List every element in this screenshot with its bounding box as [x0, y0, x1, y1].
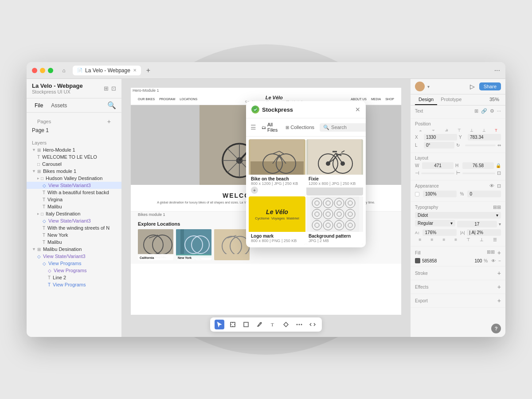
- zoom-level[interactable]: 35%: [488, 94, 501, 105]
- fill-minus-icon[interactable]: −: [498, 258, 501, 263]
- text-align-left[interactable]: ≡: [419, 237, 422, 242]
- help-button[interactable]: ?: [491, 324, 501, 333]
- layer-line2[interactable]: T Line 2: [27, 274, 121, 281]
- typography-icon[interactable]: ⊞⊞: [493, 204, 501, 210]
- layer-malibu-2[interactable]: T Malibu: [27, 239, 121, 246]
- text-valign-mid[interactable]: ⊥: [480, 237, 484, 242]
- constraint-icon-left[interactable]: ⊣: [415, 170, 419, 176]
- active-tab[interactable]: 📄 La Velo - Webpage ✕: [73, 66, 141, 75]
- layer-hudson[interactable]: ▸ □ Hudson Valley Destination: [27, 175, 121, 182]
- text-tool[interactable]: T: [268, 320, 278, 329]
- layer-bikes-module[interactable]: ▼ ⊞ Bikes module 1: [27, 168, 121, 175]
- rotation-value[interactable]: 0°: [424, 142, 454, 149]
- flip-icon[interactable]: ⇔: [497, 143, 501, 148]
- code-tool[interactable]: [308, 320, 317, 329]
- design-tab[interactable]: Design: [415, 94, 437, 105]
- y-value[interactable]: 783.34: [468, 134, 501, 141]
- fill-add-icon[interactable]: +: [497, 249, 501, 256]
- nav-link-locations[interactable]: LOCATIONS: [180, 98, 197, 101]
- layer-carousel[interactable]: □ Carousel: [27, 160, 121, 168]
- constraint-icon-right[interactable]: ⊢: [456, 170, 461, 176]
- close-button[interactable]: [32, 68, 37, 73]
- align-full-icon[interactable]: ⊡: [497, 170, 501, 176]
- layer-malibu-dest[interactable]: ▼ ⊞ Malibu Desination: [27, 246, 121, 253]
- corner-value[interactable]: 0: [467, 191, 501, 197]
- layer-variant-3[interactable]: ◇ View State/Variant3: [27, 182, 121, 189]
- nav-link-bikes[interactable]: OUR BIKES: [138, 98, 155, 101]
- prototype-tab[interactable]: Prototype: [437, 94, 465, 105]
- media-card-pattern[interactable]: Background pattern JPG | 2 MB: [306, 196, 363, 245]
- fill-color-swatch[interactable]: [415, 258, 420, 263]
- add-page-button[interactable]: +: [107, 118, 111, 125]
- fill-visibility-icon[interactable]: 👁: [491, 258, 496, 263]
- fill-opacity-value[interactable]: 100: [475, 258, 482, 263]
- modal-tab-collections[interactable]: ⊞ Collections: [283, 124, 317, 131]
- tab-close-icon[interactable]: ✕: [133, 68, 137, 73]
- nav-link-about[interactable]: ABOUT US: [351, 98, 367, 101]
- font-spacing[interactable]: | A| 2%: [467, 229, 501, 236]
- h-value[interactable]: 76.58: [462, 162, 494, 169]
- align-center-icon[interactable]: ⫟: [431, 128, 435, 133]
- text-list[interactable]: ☰: [493, 237, 497, 242]
- clip-icon[interactable]: ⊡: [497, 183, 501, 189]
- cursor-tool[interactable]: [215, 320, 224, 329]
- visibility-icon[interactable]: 👁: [489, 183, 494, 189]
- nav-link-shop[interactable]: SHOP: [385, 98, 394, 101]
- text-align-center[interactable]: ≡: [430, 237, 433, 242]
- canvas-area[interactable]: Hero-Module 1 OUR BIKES PROGRAM LOCATION…: [122, 79, 410, 337]
- align-mid-icon[interactable]: ⊥: [470, 128, 473, 133]
- nav-link-media[interactable]: MEDIA: [371, 98, 381, 101]
- sidebar-tab-assets[interactable]: Assets: [48, 102, 70, 110]
- text-align-justify[interactable]: ≡: [454, 237, 457, 242]
- minimize-button[interactable]: [40, 68, 45, 73]
- home-button[interactable]: ⌂: [59, 65, 69, 76]
- layer-welcome-text[interactable]: T WELCOME TO LE VÉLO: [27, 153, 121, 160]
- layer-italy-variant[interactable]: ◇ View State/Variant3: [27, 217, 121, 224]
- layer-newyork[interactable]: T New York: [27, 231, 121, 239]
- media-add-button[interactable]: +: [251, 187, 258, 194]
- layer-view-programs-2[interactable]: ◇ View Programs: [27, 267, 121, 274]
- page-item[interactable]: Page 1: [32, 126, 116, 135]
- opacity-value[interactable]: 100%: [423, 191, 457, 197]
- layer-view-programs-3[interactable]: T View Programs: [27, 281, 121, 288]
- nav-link-program[interactable]: PROGRAM: [159, 98, 175, 101]
- effects-add-button[interactable]: +: [497, 283, 501, 290]
- share-button[interactable]: Share: [479, 82, 501, 90]
- text-icon-more[interactable]: ···: [497, 108, 501, 114]
- sidebar-tab-file[interactable]: File: [32, 102, 46, 110]
- sidebar-search-icon[interactable]: 🔍: [107, 101, 116, 110]
- text-icon-link[interactable]: 🔗: [481, 108, 487, 114]
- modal-search[interactable]: 🔍: [320, 123, 366, 132]
- layer-winding[interactable]: T With the winding streets of N: [27, 224, 121, 231]
- layer-italy[interactable]: ▸ □ Italy Destination: [27, 210, 121, 217]
- maximize-button[interactable]: [48, 68, 53, 73]
- align-bottom-icon[interactable]: ⊥: [482, 128, 486, 133]
- layer-view-programs-1[interactable]: ◇ View Programs: [27, 260, 121, 267]
- more-tool[interactable]: [294, 320, 304, 329]
- constraint-lock-icon[interactable]: 🔒: [496, 163, 501, 168]
- play-button[interactable]: ▷: [470, 83, 475, 90]
- text-valign-top[interactable]: ⊤: [466, 237, 470, 242]
- align-top-icon[interactable]: ⊤: [458, 128, 461, 133]
- x-value[interactable]: 1330: [424, 134, 457, 141]
- text-icon-settings[interactable]: ⚙: [490, 108, 494, 114]
- layer-malibu-1[interactable]: T Malibu: [27, 203, 121, 210]
- align-left-icon[interactable]: ⫠: [419, 128, 422, 133]
- w-value[interactable]: 471: [422, 162, 454, 169]
- stroke-add-button[interactable]: +: [497, 270, 501, 277]
- font-size-arrow[interactable]: ▾: [499, 222, 501, 227]
- layer-virgina[interactable]: T Virgina: [27, 196, 121, 203]
- text-icon-grid[interactable]: ⊞: [474, 108, 478, 114]
- font-size[interactable]: 17: [457, 221, 497, 227]
- layer-malibu-variant[interactable]: ◇ View State/Variant3: [27, 253, 121, 260]
- font-weight-dropdown[interactable]: Regular ▾: [415, 220, 455, 227]
- more-options-button[interactable]: ···: [494, 66, 500, 74]
- font-name-dropdown[interactable]: Didot ▾: [415, 212, 501, 219]
- media-card-logo[interactable]: Le Vélo CyclismeVoyagesMatériel Logo mar…: [249, 196, 305, 245]
- font-scale[interactable]: 176%: [422, 229, 457, 236]
- fill-hex-value[interactable]: 585858: [422, 258, 473, 263]
- rect-tool[interactable]: [241, 320, 251, 329]
- text-align-right[interactable]: ≡: [442, 237, 445, 242]
- export-add-button[interactable]: +: [497, 297, 501, 304]
- pen-tool[interactable]: [254, 320, 264, 329]
